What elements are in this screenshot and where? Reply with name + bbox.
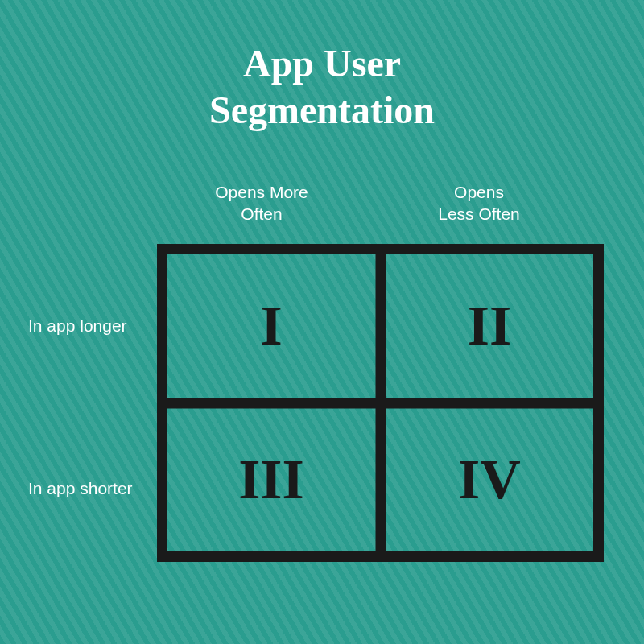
row-label-in-app-shorter: In app shorter	[28, 479, 133, 498]
title-line-2: Segmentation	[0, 87, 644, 134]
column-header-1-line-2: Often	[241, 204, 282, 223]
column-header-1-line-1: Opens More	[215, 183, 308, 201]
quadrant-cell-ii: II	[386, 254, 593, 398]
column-header-opens-less: Opens Less Often	[398, 181, 559, 225]
grid-horizontal-divider	[157, 398, 604, 408]
quadrant-cell-i: I	[167, 254, 375, 398]
quadrant-cell-iii: III	[167, 408, 375, 551]
column-header-opens-more: Opens More Often	[181, 181, 342, 225]
column-header-2-line-1: Opens	[454, 183, 504, 201]
row-label-in-app-longer: In app longer	[28, 316, 127, 336]
quadrant-cell-iv: IV	[386, 408, 593, 551]
quadrant-grid: I II III IV	[157, 244, 604, 562]
diagram-title: App User Segmentation	[0, 40, 644, 133]
title-line-1: App User	[0, 40, 644, 87]
column-header-2-line-2: Less Often	[438, 204, 520, 223]
